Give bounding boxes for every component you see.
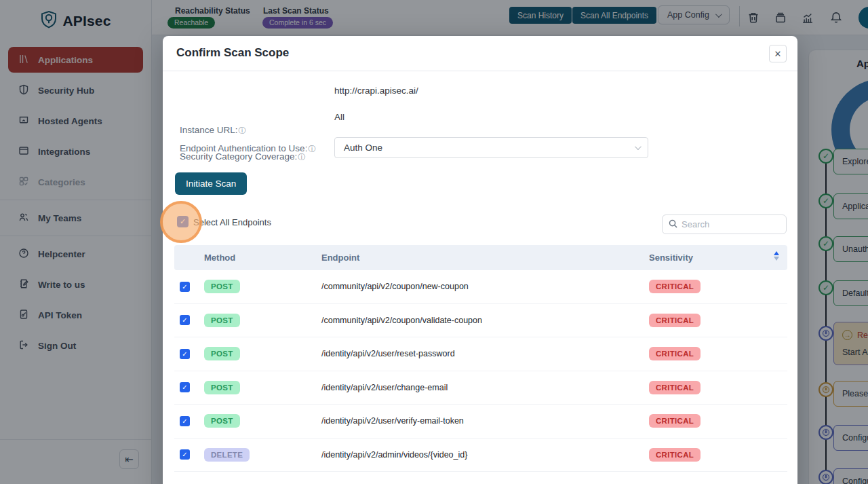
chevron-down-icon <box>635 143 642 150</box>
method-badge: POST <box>204 381 240 394</box>
method-badge: POST <box>204 280 240 293</box>
row-checkbox[interactable]: ✓ <box>180 315 190 325</box>
close-button[interactable]: ✕ <box>769 45 787 62</box>
sort-icon[interactable] <box>774 251 779 261</box>
search-input[interactable] <box>682 219 780 229</box>
endpoint-path: /identity/api/v2/user/change-email <box>321 383 649 392</box>
table-row: ✓ POST /community/api/v2/coupon/new-coup… <box>174 270 787 304</box>
select-all-label: Select All Endpoints <box>193 217 271 227</box>
sensitivity-badge: CRITICAL <box>649 314 701 327</box>
sensitivity-badge: CRITICAL <box>649 448 701 462</box>
method-badge: POST <box>204 347 240 360</box>
instance-url-label: Instance URL:ⓘ <box>180 125 246 136</box>
sensitivity-badge: CRITICAL <box>649 414 701 428</box>
auth-label: Endpoint Authentication to Use:ⓘ <box>180 143 315 154</box>
column-header-endpoint[interactable]: Endpoint <box>321 253 649 263</box>
row-checkbox[interactable]: ✓ <box>180 349 190 359</box>
method-badge: POST <box>204 314 240 327</box>
select-all-checkbox[interactable]: ✓ <box>177 216 189 227</box>
endpoint-path: /identity/api/v2/user/reset-password <box>321 349 649 358</box>
coverage-value: All <box>334 112 344 122</box>
modal-title: Confirm Scan Scope <box>176 46 289 60</box>
column-header-sensitivity[interactable]: Sensitivity <box>649 253 787 263</box>
table-row: ✓ POST /community/api/v2/coupon/validate… <box>174 304 787 338</box>
column-header-method[interactable]: Method <box>204 253 321 263</box>
table-row: ✓ POST /identity/api/v2/user/verify-emai… <box>174 405 787 439</box>
endpoint-path: /community/api/v2/coupon/new-coupon <box>321 282 649 291</box>
sensitivity-badge: CRITICAL <box>649 381 701 394</box>
row-checkbox[interactable]: ✓ <box>180 382 190 392</box>
close-icon: ✕ <box>774 49 782 59</box>
instance-url-value: http://crapi.apisec.ai/ <box>334 86 418 96</box>
table-row: ✓ POST /identity/api/v2/user/change-emai… <box>174 371 787 405</box>
sensitivity-badge: CRITICAL <box>649 280 701 293</box>
table-row: ✓ DELETE /identity/api/v2/admin/videos/{… <box>174 439 787 472</box>
row-checkbox[interactable]: ✓ <box>180 282 190 292</box>
search-box <box>662 215 787 234</box>
row-checkbox[interactable]: ✓ <box>180 449 190 460</box>
endpoints-table: Method Endpoint Sensitivity ✓ POST /comm… <box>174 245 787 472</box>
endpoint-path: /community/api/v2/coupon/validate-coupon <box>321 316 649 325</box>
initiate-scan-button[interactable]: Initiate Scan <box>175 172 247 195</box>
info-icon[interactable]: ⓘ <box>239 126 246 134</box>
method-badge: POST <box>204 414 240 428</box>
endpoint-path: /identity/api/v2/user/verify-email-token <box>321 416 649 426</box>
confirm-scan-scope-modal: Confirm Scan Scope ✕ Instance URL:ⓘ http… <box>163 36 797 484</box>
modal-header: Confirm Scan Scope ✕ <box>163 36 797 71</box>
info-icon[interactable]: ⓘ <box>308 145 315 153</box>
row-checkbox[interactable]: ✓ <box>180 416 190 426</box>
auth-select-value: Auth One <box>344 143 382 153</box>
auth-select[interactable]: Auth One <box>334 137 648 158</box>
method-badge: DELETE <box>204 448 250 462</box>
table-row: ✓ POST /identity/api/v2/user/reset-passw… <box>174 337 787 371</box>
search-icon <box>669 219 677 231</box>
table-header-row: Method Endpoint Sensitivity <box>174 245 787 270</box>
endpoint-path: /identity/api/v2/admin/videos/{video_id} <box>321 450 649 460</box>
sensitivity-badge: CRITICAL <box>649 347 701 360</box>
check-icon: ✓ <box>180 217 186 226</box>
